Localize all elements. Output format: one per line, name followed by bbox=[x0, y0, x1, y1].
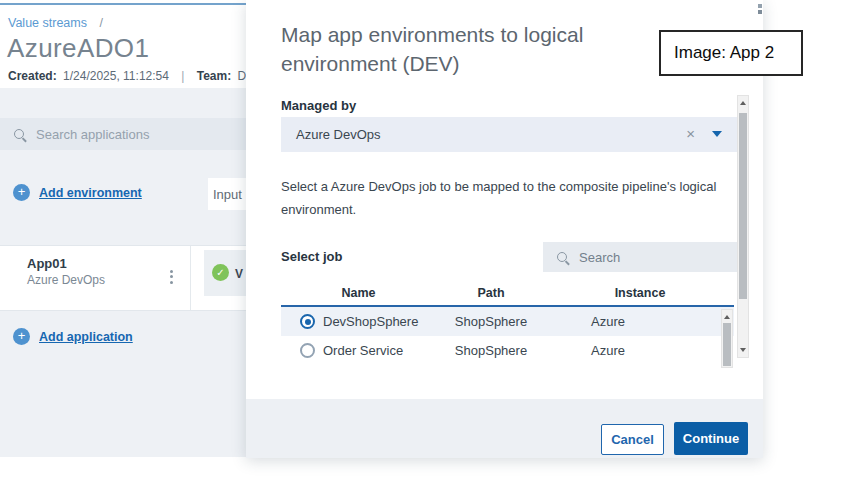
breadcrumb: Value streams / bbox=[8, 16, 103, 30]
job-table: Name Path Instance DevShopSphere ShopSph… bbox=[281, 281, 734, 365]
table-row[interactable]: DevShopSphere ShopSphere Azure bbox=[281, 307, 734, 336]
job-instance: Azure bbox=[546, 307, 734, 336]
dialog-footer: Cancel Continue bbox=[246, 399, 763, 458]
radio-unselected-icon[interactable] bbox=[300, 343, 315, 358]
managed-by-select[interactable]: Azure DevOps × bbox=[281, 117, 737, 152]
add-environment-label: Add environment bbox=[39, 186, 142, 200]
scroll-down-icon[interactable] bbox=[740, 348, 746, 352]
breadcrumb-separator: / bbox=[99, 16, 102, 30]
job-path: ShopSphere bbox=[436, 307, 546, 336]
dialog-scrollbar-thumb[interactable] bbox=[739, 113, 747, 299]
search-icon bbox=[14, 129, 24, 139]
plus-icon: + bbox=[13, 328, 30, 345]
application-type: Azure DevOps bbox=[27, 273, 105, 287]
annotation-image-label: Image: App 2 bbox=[659, 30, 803, 76]
column-header-name: Name bbox=[281, 281, 436, 305]
add-application-label: Add application bbox=[39, 330, 133, 344]
created-label: Created: bbox=[8, 69, 57, 83]
breadcrumb-link-value-streams[interactable]: Value streams bbox=[8, 16, 87, 30]
table-row[interactable]: Order Service ShopSphere Azure bbox=[281, 336, 734, 365]
job-path: ShopSphere bbox=[436, 336, 546, 365]
applications-search[interactable] bbox=[0, 118, 247, 150]
page-top-border bbox=[0, 3, 247, 5]
annotation-text: Image: App 2 bbox=[674, 43, 774, 63]
environment-column-label: Input bbox=[213, 187, 242, 202]
kebab-menu-icon[interactable] bbox=[168, 265, 175, 288]
screen: Value streams / AzureADO1 Created: 1/24/… bbox=[0, 0, 847, 497]
chevron-down-icon[interactable] bbox=[712, 131, 722, 137]
job-search[interactable] bbox=[543, 242, 737, 272]
add-environment-button[interactable]: + Add environment bbox=[13, 184, 142, 201]
status-chip-label: V bbox=[235, 267, 243, 281]
application-row-app01[interactable]: App01 Azure DevOps ✓ V bbox=[0, 245, 247, 311]
managed-by-label: Managed by bbox=[281, 98, 356, 113]
job-name: DevShopSphere bbox=[323, 314, 418, 329]
table-scrollbar[interactable] bbox=[721, 309, 733, 368]
card-divider bbox=[190, 246, 191, 310]
clear-icon[interactable]: × bbox=[686, 126, 695, 141]
team-label: Team: bbox=[197, 69, 231, 83]
radio-selected-icon[interactable] bbox=[300, 314, 315, 329]
job-table-header: Name Path Instance bbox=[281, 281, 734, 307]
dialog-description: Select a Azure DevOps job to be mapped t… bbox=[281, 175, 751, 221]
dialog-scrollbar[interactable] bbox=[737, 95, 749, 358]
scroll-up-icon[interactable] bbox=[724, 315, 730, 319]
page-scroll-artifact bbox=[758, 4, 762, 16]
applications-search-input[interactable] bbox=[36, 127, 216, 142]
application-name: App01 bbox=[27, 256, 67, 271]
job-search-input[interactable] bbox=[579, 250, 709, 265]
continue-button[interactable]: Continue bbox=[674, 422, 748, 455]
select-job-label: Select job bbox=[281, 249, 342, 264]
check-circle-icon: ✓ bbox=[212, 264, 229, 281]
dialog-title: Map app environments to logical environm… bbox=[281, 20, 661, 78]
job-name: Order Service bbox=[323, 343, 403, 358]
cancel-button[interactable]: Cancel bbox=[601, 424, 664, 455]
column-header-instance: Instance bbox=[546, 281, 734, 305]
page-title: AzureADO1 bbox=[7, 33, 149, 64]
column-header-path: Path bbox=[436, 281, 546, 305]
table-scrollbar-thumb[interactable] bbox=[723, 323, 731, 366]
managed-by-value: Azure DevOps bbox=[296, 127, 381, 142]
add-application-button[interactable]: + Add application bbox=[13, 328, 133, 345]
scroll-up-icon[interactable] bbox=[740, 101, 746, 105]
plus-icon: + bbox=[13, 184, 30, 201]
meta-separator: | bbox=[181, 69, 184, 83]
created-value: 1/24/2025, 11:12:54 bbox=[63, 69, 169, 83]
search-icon bbox=[557, 252, 567, 262]
job-instance: Azure bbox=[546, 336, 734, 365]
